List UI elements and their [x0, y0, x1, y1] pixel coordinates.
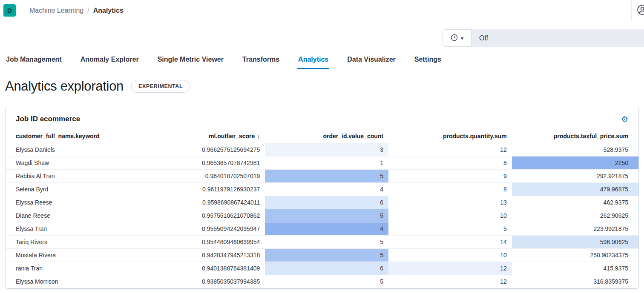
refresh-status[interactable]: Off: [472, 29, 488, 47]
table-cell: 8: [388, 156, 512, 170]
breadcrumb-analytics: Analytics: [93, 7, 124, 14]
breadcrumb: Machine Learning / Analytics: [29, 7, 124, 14]
tab-settings[interactable]: Settings: [414, 56, 442, 69]
results-panel: Job ID ecommerce ⚙ customer_full_name.ke…: [5, 107, 639, 289]
tab-transforms[interactable]: Transforms: [242, 56, 280, 69]
table-cell: Elyssa Tran: [6, 222, 176, 236]
tab-anomaly-explorer[interactable]: Anomaly Explorer: [80, 56, 140, 69]
gear-icon[interactable]: ⚙: [621, 115, 628, 123]
table-cell: Mostafa Rivera: [6, 249, 176, 262]
table-cell: 0.9653657078742981: [176, 156, 265, 170]
table-cell: 14: [388, 236, 512, 249]
table-row: Mostafa Rivera0.9428347945213318510258.9…: [6, 249, 638, 262]
table-cell: 5: [265, 170, 388, 183]
space-avatar-letter: D: [7, 7, 12, 14]
table-cell: Rabbia Al Tran: [6, 170, 176, 183]
table-cell: 5: [265, 249, 388, 262]
table-cell: Tariq Rivera: [6, 236, 176, 249]
table-cell: 12: [388, 143, 512, 156]
tab-data-visualizer[interactable]: Data Visualizer: [346, 56, 397, 69]
table-cell: 10: [388, 249, 512, 262]
table-row: Elyssa Daniels0.9662575125694275312528.9…: [6, 143, 638, 156]
refresh-interval-button[interactable]: ▾: [443, 29, 472, 47]
table-cell: 5: [265, 275, 388, 288]
table-cell: 0.9575510621070862: [176, 209, 265, 222]
chevron-down-icon: ▾: [461, 36, 463, 41]
table-cell: 3: [265, 143, 388, 156]
table-cell: 12: [388, 275, 512, 288]
table-cell: 0.9611979126930237: [176, 183, 265, 196]
tab-single-metric-viewer[interactable]: Single Metric Viewer: [157, 56, 224, 69]
table-row: rania Tran0.9401388764381409612415.9375: [6, 262, 638, 275]
breadcrumb-machine-learning[interactable]: Machine Learning: [29, 7, 83, 14]
table-cell: 2250: [512, 156, 638, 170]
space-avatar[interactable]: D: [3, 4, 16, 17]
toolbar-row: ▾ Off: [0, 21, 644, 47]
table-cell: 1: [265, 156, 388, 170]
sort-descending-icon: ↓: [257, 133, 260, 139]
tab-analytics[interactable]: Analytics: [297, 56, 329, 69]
table-cell: 258.90234375: [512, 249, 638, 262]
table-cell: 462.9375: [512, 196, 638, 209]
table-row: Diane Reese0.9575510621070862510262.9062…: [6, 209, 638, 222]
table-cell: rania Tran: [6, 262, 176, 275]
table-cell: Elyssa Reese: [6, 196, 176, 209]
table-cell: 10: [388, 209, 512, 222]
panel-header: Job ID ecommerce ⚙: [6, 107, 638, 129]
table-row: Elyssa Tran0.955509424209594745223.99218…: [6, 222, 638, 236]
clock-icon: [451, 34, 458, 43]
table-cell: 5: [265, 236, 388, 249]
table-cell: 9: [388, 170, 512, 183]
ml-tab-bar: Job Management Anomaly Explorer Single M…: [0, 47, 644, 69]
table-cell: Elyssa Morrison: [6, 275, 176, 288]
tab-job-management[interactable]: Job Management: [5, 56, 63, 69]
table-cell: 6: [265, 196, 388, 209]
user-icon[interactable]: [637, 4, 644, 17]
table-cell: 0.9385035037994385: [176, 275, 265, 288]
table-cell: 0.964018702507019: [176, 170, 265, 183]
super-date-picker: ▾ Off: [443, 29, 644, 47]
table-cell: 0.9662575125694275: [176, 143, 265, 156]
table-row: Wagdi Shaw0.9653657078742981182250: [6, 156, 638, 170]
table-cell: Elyssa Daniels: [6, 143, 176, 156]
page-title: Analytics exploration: [5, 79, 124, 94]
table-cell: Diane Reese: [6, 209, 176, 222]
table-cell: 292.921875: [512, 170, 638, 183]
breadcrumb-separator: /: [87, 7, 89, 14]
table-row: Elyssa Morrison0.9385035037994385512316.…: [6, 275, 638, 288]
table-row: Rabbia Al Tran0.96401870250701959292.921…: [6, 170, 638, 183]
table-cell: 479.96875: [512, 183, 638, 196]
table-cell: 0.9555094242095947: [176, 222, 265, 236]
table-row: Tariq Rivera0.9544809460639954514596.906…: [6, 236, 638, 249]
table-cell: 5: [265, 209, 388, 222]
table-cell: 4: [265, 183, 388, 196]
column-header-price-sum[interactable]: products.taxful_price.sum: [512, 129, 638, 143]
table-cell: 316.8359375: [512, 275, 638, 288]
column-header-outlier-score[interactable]: ml.outlier_score↓: [176, 129, 265, 143]
table-cell: 415.9375: [512, 262, 638, 275]
table-cell: 5: [388, 222, 512, 236]
page-header: Analytics exploration EXPERIMENTAL: [0, 69, 644, 107]
table-cell: 528.9375: [512, 143, 638, 156]
column-header-customer-name[interactable]: customer_full_name.keyword: [6, 129, 176, 143]
table-cell: 0.9401388764381409: [176, 262, 265, 275]
header-right-section: [631, 0, 644, 21]
table-row: Selena Byrd0.961197912693023748479.96875: [6, 183, 638, 196]
results-table: customer_full_name.keyword ml.outlier_sc…: [6, 129, 638, 288]
table-cell: 4: [265, 222, 388, 236]
table-cell: Selena Byrd: [6, 183, 176, 196]
table-cell: 6: [265, 262, 388, 275]
column-header-order-count[interactable]: order_id.value_count: [265, 129, 388, 143]
table-cell: 596.90625: [512, 236, 638, 249]
table-cell: 0.9544809460639954: [176, 236, 265, 249]
table-cell: Wagdi Shaw: [6, 156, 176, 170]
table-cell: 223.9921875: [512, 222, 638, 236]
table-body: Elyssa Daniels0.9662575125694275312528.9…: [6, 143, 638, 288]
column-header-quantity-sum[interactable]: products.quantity.sum: [388, 129, 512, 143]
table-cell: 12: [388, 262, 512, 275]
panel-title: Job ID ecommerce: [16, 115, 80, 123]
experimental-badge: EXPERIMENTAL: [131, 80, 190, 93]
table-cell: 0.9598690867424011: [176, 196, 265, 209]
table-cell: 262.90625: [512, 209, 638, 222]
table-cell: 13: [388, 196, 512, 209]
